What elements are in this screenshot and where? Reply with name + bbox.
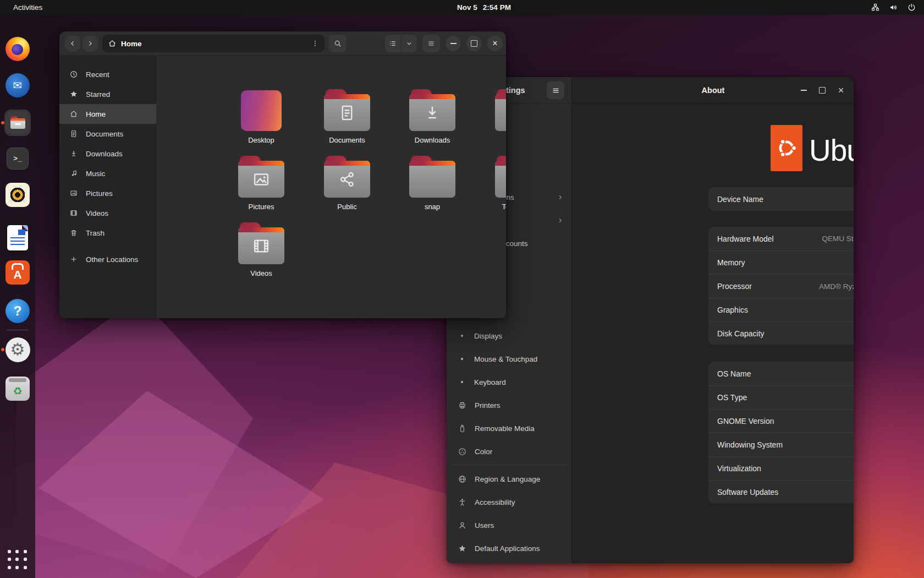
folder-icon [409, 156, 455, 198]
music-note-icon [69, 169, 78, 178]
settings-sidebar-item-removable-media[interactable]: Removable Media [447, 417, 572, 440]
printer-icon [458, 401, 467, 410]
clock-menu[interactable]: Nov 5 2:54 PM [429, 0, 539, 15]
maximize-button[interactable] [813, 77, 832, 103]
dock-help[interactable] [4, 298, 31, 324]
memory-row: Memory 4.0 GiB [708, 250, 854, 274]
sidebar-item-documents[interactable]: Documents [59, 124, 156, 144]
dock-libreoffice-writer[interactable] [4, 225, 31, 251]
grid-item-pictures[interactable]: Pictures [228, 156, 294, 215]
forward-button[interactable] [82, 36, 98, 51]
sidebar-item-music[interactable]: Music [59, 163, 156, 183]
path-bar[interactable]: Home [102, 35, 324, 52]
dock-files[interactable] [4, 110, 31, 136]
view-toggle-button[interactable] [385, 35, 417, 52]
grid-item-snap[interactable]: snap [399, 156, 465, 215]
folder-icon [238, 156, 284, 198]
grid-item-desktop[interactable]: Desktop [228, 89, 294, 149]
show-applications-button[interactable] [4, 547, 31, 573]
current-folder-label: Home [121, 40, 142, 48]
grid-item-templates[interactable]: Templates [485, 156, 506, 215]
settings-sidebar-item-mouse-touchpad[interactable]: Mouse & Touchpad [447, 347, 572, 370]
settings-window: Settings Applications Privacy Online Acc… [447, 77, 854, 563]
chevron-right-icon [556, 216, 564, 225]
device-name-card: Device Name ubuntu [708, 187, 854, 211]
graphics-row: Graphics llvmpipe (LLVM 15.0.7, 256 bits… [708, 298, 854, 321]
star-icon [458, 544, 467, 553]
keyboard-icon [458, 378, 466, 386]
film-glyph [238, 229, 284, 263]
os-name-row: OS Name Ubuntu 22.04.3 LTS [708, 362, 854, 385]
grid-item-videos[interactable]: Videos [228, 222, 294, 282]
files-headerbar[interactable]: Home × [59, 31, 506, 56]
top-bar: Activities Nov 5 2:54 PM [0, 0, 924, 15]
grid-item-documents[interactable]: Documents [314, 89, 380, 149]
settings-sidebar-item-accessibility[interactable]: Accessibility [447, 490, 572, 514]
maximize-button[interactable] [466, 36, 482, 51]
windowing-system-row: Windowing System Wayland [708, 433, 854, 456]
minimize-button[interactable] [446, 36, 461, 51]
about-panel: About × Ubuntu Device Name ubuntu Hardwa… [573, 77, 854, 563]
close-button[interactable]: × [832, 77, 850, 103]
dock-ubuntu-software[interactable] [4, 259, 31, 286]
sidebar-item-pictures[interactable]: Pictures [59, 183, 156, 203]
color-icon [458, 447, 467, 456]
accessibility-icon [458, 498, 467, 507]
sidebar-item-other-locations[interactable]: Other Locations [59, 249, 156, 269]
date-label: Nov 5 [457, 3, 477, 12]
files-sidebar: Recent Starred Home Documents Downloads … [59, 56, 156, 318]
music-note-glyph [495, 96, 506, 130]
settings-sidebar-item-keyboard[interactable]: Keyboard [447, 370, 572, 394]
dock-rhythmbox[interactable] [4, 182, 31, 208]
sidebar-item-trash[interactable]: Trash [59, 223, 156, 243]
grid-item-music[interactable]: Music [485, 89, 506, 149]
virtualization-row: Virtualization KVM [708, 456, 854, 480]
users-icon [458, 521, 467, 530]
processor-row: Processor AMD® Ryzen 5 3600 6-core proce… [708, 274, 854, 298]
device-name-row[interactable]: Device Name ubuntu [708, 187, 854, 211]
list-view-icon[interactable] [385, 35, 402, 52]
trash-icon [6, 377, 30, 401]
back-button[interactable] [65, 36, 80, 51]
sidebar-item-downloads[interactable]: Downloads [59, 144, 156, 163]
dock-thunderbird[interactable] [4, 72, 31, 99]
sidebar-item-videos[interactable]: Videos [59, 203, 156, 223]
settings-sidebar-item-displays[interactable]: Displays [447, 324, 572, 347]
about-headerbar[interactable]: About × [573, 77, 854, 103]
sidebar-item-recent[interactable]: Recent [59, 64, 156, 84]
dock-trash[interactable] [4, 375, 31, 402]
view-options-chevron[interactable] [402, 35, 417, 52]
hardware-info-card: Hardware Model QEMU Standard PC _Q35 + I… [708, 227, 854, 345]
path-menu-button[interactable] [309, 37, 321, 50]
sidebar-item-home[interactable]: Home [59, 104, 156, 124]
settings-sidebar-item-region-language[interactable]: Region & Language [447, 467, 572, 490]
plus-icon [69, 255, 78, 264]
dock-terminal[interactable]: >_ [4, 145, 31, 172]
document-glyph [324, 96, 370, 130]
help-icon [6, 299, 30, 323]
settings-sidebar-item-default-applications[interactable]: Default Applications [447, 537, 572, 560]
settings-menu-button[interactable] [547, 81, 564, 99]
system-status-area[interactable] [871, 0, 916, 15]
dock-settings[interactable] [4, 336, 31, 363]
activities-button[interactable]: Activities [9, 0, 47, 15]
settings-sidebar-item-printers[interactable]: Printers [447, 394, 572, 417]
sidebar-item-starred[interactable]: Starred [59, 84, 156, 104]
settings-sidebar-item-date-time[interactable]: Date & Time [447, 560, 572, 563]
running-indicator [1, 348, 4, 351]
search-button[interactable] [329, 35, 346, 52]
dock: >_ [0, 15, 35, 578]
thunderbird-icon [6, 73, 30, 97]
settings-sidebar-item-color[interactable]: Color [447, 440, 572, 463]
dock-firefox[interactable] [4, 36, 31, 62]
close-button[interactable]: × [487, 36, 503, 51]
software-updates-row[interactable]: Software Updates [708, 480, 854, 504]
grid-item-public[interactable]: Public [314, 156, 380, 215]
time-label: 2:54 PM [483, 3, 511, 12]
minimize-button[interactable] [794, 77, 813, 103]
trash-icon [69, 228, 78, 237]
grid-item-downloads[interactable]: Downloads [399, 89, 465, 149]
settings-sidebar-item-users[interactable]: Users [447, 514, 572, 537]
files-menu-button[interactable] [422, 35, 440, 52]
dock-separator [7, 330, 29, 330]
